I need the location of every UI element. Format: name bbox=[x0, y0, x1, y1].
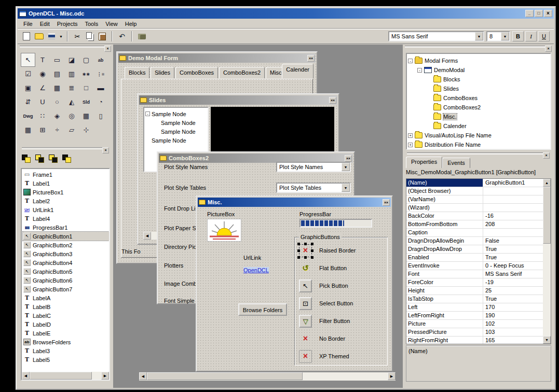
property-value[interactable]: -19 bbox=[483, 278, 543, 286]
graphic-button[interactable] bbox=[299, 297, 312, 310]
control-list-item[interactable]: LabelB bbox=[23, 302, 109, 311]
toolbar-icon[interactable] bbox=[97, 31, 108, 41]
close-button[interactable] bbox=[544, 10, 552, 17]
scroll-down-icon[interactable] bbox=[543, 336, 551, 344]
scroll-left-icon[interactable] bbox=[143, 232, 151, 240]
property-value[interactable] bbox=[483, 195, 543, 203]
chevron-down-icon[interactable] bbox=[342, 184, 350, 192]
tree-node[interactable]: Sample Node bbox=[145, 127, 207, 136]
toolbox-tool[interactable]: ∷ bbox=[35, 109, 50, 123]
property-value[interactable] bbox=[483, 204, 543, 212]
property-row[interactable]: EventInvoke 0 - Keep Focus bbox=[406, 262, 543, 270]
close-icon[interactable] bbox=[543, 152, 550, 159]
control-list[interactable]: Frame1 Label1 PictureBox1 Label2 bbox=[21, 168, 110, 381]
toolbox-tool[interactable]: ▢ bbox=[79, 53, 93, 67]
toolbar-icon[interactable] bbox=[116, 31, 128, 41]
toolbox-tool[interactable]: ⋮≡ bbox=[93, 67, 108, 81]
property-grid-vscrollbar[interactable] bbox=[543, 179, 551, 344]
property-row[interactable]: Height 25 bbox=[406, 287, 543, 295]
toolbar-icon[interactable] bbox=[46, 31, 57, 41]
property-row[interactable]: LeftFromRight 190 bbox=[406, 312, 543, 320]
format-button[interactable]: U bbox=[538, 31, 550, 41]
property-row[interactable]: Font MS Sans Serif bbox=[406, 270, 543, 278]
property-value[interactable] bbox=[483, 229, 543, 236]
scroll-right-icon[interactable] bbox=[101, 372, 109, 380]
form-tab[interactable]: Slides bbox=[151, 67, 174, 78]
tree-grip[interactable] bbox=[405, 46, 552, 51]
slides-titlebar[interactable]: Slides × bbox=[139, 95, 337, 105]
toolbox-tool[interactable]: ◔ bbox=[93, 95, 108, 109]
toolbar-icon[interactable] bbox=[21, 31, 32, 41]
toolbox-tool[interactable]: T bbox=[35, 53, 50, 67]
close-icon[interactable]: × bbox=[345, 155, 352, 162]
menu-item[interactable]: File bbox=[20, 20, 36, 28]
control-list-item[interactable]: PictureBox1 bbox=[23, 188, 109, 197]
toolbox-tool[interactable]: ▦ bbox=[79, 109, 93, 123]
control-list-item[interactable]: GraphicButton2 bbox=[23, 241, 109, 249]
property-row[interactable]: IsTabStop True bbox=[406, 295, 543, 303]
new-dropdown-caret[interactable]: ▼ bbox=[59, 31, 63, 41]
format-button[interactable]: B bbox=[512, 31, 524, 41]
scroll-thumb[interactable] bbox=[147, 372, 303, 380]
control-list-item[interactable]: LabelD bbox=[23, 320, 109, 329]
toolbox-tool[interactable]: ▯ bbox=[93, 109, 108, 123]
close-icon[interactable] bbox=[102, 147, 109, 153]
toolbox-tool[interactable]: ▬ bbox=[93, 81, 108, 95]
canvas-hscrollbar[interactable] bbox=[139, 372, 396, 381]
form-tab[interactable]: ComboBoxes bbox=[175, 67, 218, 78]
property-value[interactable]: 165 bbox=[483, 337, 543, 344]
project-tree[interactable]: - Modal Forms - DemoModal Blocks bbox=[406, 53, 551, 150]
property-value[interactable]: True bbox=[483, 295, 543, 303]
control-list-item[interactable]: LabelC bbox=[23, 311, 109, 320]
menu-item[interactable]: Projects bbox=[53, 20, 81, 28]
toolbox-tool[interactable]: ☑ bbox=[21, 67, 35, 81]
font-size-select[interactable]: 8 bbox=[486, 31, 510, 41]
toolbox-tool[interactable]: ▤ bbox=[50, 67, 64, 81]
misc-titlebar[interactable]: Misc. × bbox=[198, 198, 391, 207]
project-tree-node[interactable]: - DemoModal bbox=[408, 65, 549, 75]
property-row[interactable]: BackColor -16 bbox=[406, 212, 543, 220]
project-tree-node[interactable]: Slides bbox=[408, 84, 549, 93]
graphic-button[interactable] bbox=[299, 279, 312, 292]
property-row[interactable]: (Wizard) bbox=[406, 204, 543, 212]
properties-tab[interactable]: Properties bbox=[406, 157, 442, 168]
graphic-button[interactable] bbox=[299, 262, 312, 275]
toolbox-tool[interactable]: ◭ bbox=[64, 95, 79, 109]
app-titlebar[interactable]: OpenDCL - Misc.odc bbox=[18, 8, 554, 19]
property-row[interactable]: (Object Browser) bbox=[406, 187, 543, 195]
toolbox-tool[interactable]: ⊞ bbox=[35, 123, 50, 137]
property-value[interactable] bbox=[483, 187, 543, 195]
project-tree-node[interactable]: ComboBoxes2 bbox=[408, 103, 549, 112]
tree-node[interactable]: - Sample Node bbox=[145, 109, 207, 118]
property-value[interactable]: True bbox=[483, 245, 543, 253]
close-icon[interactable] bbox=[545, 46, 552, 52]
form-tab-calender[interactable]: Calender bbox=[282, 64, 313, 78]
misc-form-window[interactable]: Misc. × PictureBox ProgressBar GraphicBu… bbox=[196, 195, 393, 372]
maximize-button[interactable] bbox=[535, 10, 543, 17]
toolbox-tool[interactable]: □ bbox=[79, 81, 93, 95]
property-value[interactable]: 102 bbox=[483, 320, 543, 328]
control-list-item[interactable]: LabelA bbox=[23, 293, 109, 302]
property-value[interactable]: 25 bbox=[483, 287, 543, 295]
scroll-thumb[interactable] bbox=[543, 187, 551, 244]
graphic-button[interactable] bbox=[299, 244, 312, 257]
control-list-item[interactable]: Label5 bbox=[23, 355, 109, 364]
property-grid[interactable]: (Name) GraphicButton1 (Object Browser) (… bbox=[406, 178, 551, 344]
control-list-item[interactable]: ProgressBar1 bbox=[23, 223, 109, 232]
toolbox-tool[interactable]: ▭ bbox=[50, 53, 64, 67]
tree-node[interactable]: Sample Node bbox=[145, 118, 207, 127]
toolbox-tool[interactable]: U bbox=[35, 95, 50, 109]
property-value[interactable]: GraphicButton1 bbox=[483, 179, 543, 187]
graphic-button[interactable] bbox=[299, 315, 312, 328]
browse-folders-button[interactable]: Browse Folders bbox=[238, 303, 287, 316]
property-row[interactable]: RightFromRight 165 bbox=[406, 337, 543, 344]
close-icon[interactable]: × bbox=[383, 199, 390, 206]
toolbar-icon[interactable] bbox=[136, 31, 147, 41]
control-list-item[interactable]: GraphicButton7 bbox=[23, 285, 109, 293]
combo-box[interactable]: Plot Style Tables bbox=[276, 183, 351, 193]
control-list-item[interactable]: GraphicButton3 bbox=[23, 249, 109, 258]
project-tree-node[interactable]: - Modal Forms bbox=[408, 56, 549, 65]
project-tree-node[interactable]: Misc. bbox=[408, 112, 549, 121]
font-family-select[interactable]: MS Sans Serif bbox=[388, 31, 484, 41]
property-value[interactable]: -16 bbox=[483, 212, 543, 220]
